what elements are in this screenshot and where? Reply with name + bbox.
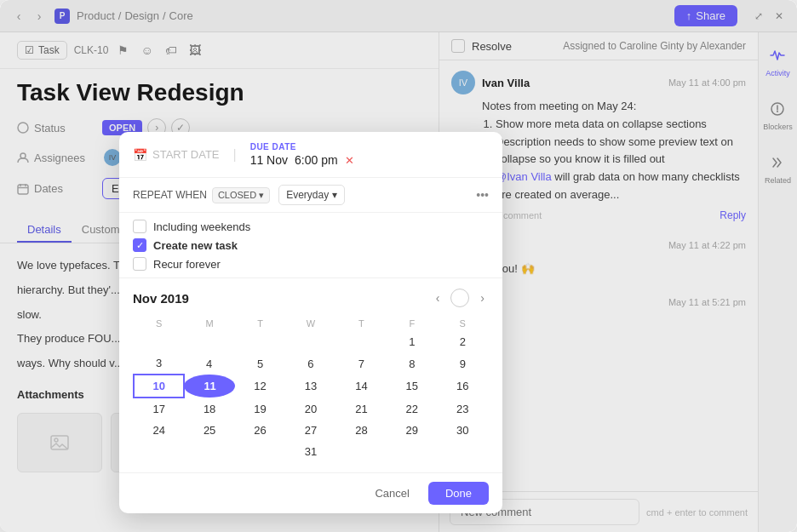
cal-cell-7[interactable]: 7: [336, 352, 387, 375]
cal-day-header-wed: W: [285, 316, 335, 331]
cal-cell-5[interactable]: 5: [235, 352, 285, 375]
due-date-section: DUE DATE 11 Nov 6:00 pm ✕: [250, 142, 489, 167]
cal-cell-empty: [438, 441, 488, 462]
app-icon: P: [54, 9, 70, 24]
cal-cell-29[interactable]: 29: [387, 420, 437, 441]
calendar-today-button[interactable]: [450, 289, 469, 307]
new-task-checkbox[interactable]: ✓: [133, 238, 146, 252]
resolve-bar: Resolve Assigned to Caroline Ginty by Al…: [439, 32, 758, 60]
image-icon[interactable]: 🖼: [186, 41, 204, 60]
option-row-new-task: ✓ Create new task: [133, 238, 489, 252]
weekends-checkbox[interactable]: [133, 220, 146, 233]
cal-cell-9[interactable]: 9: [438, 352, 488, 375]
attachment-image-icon-1: [49, 432, 70, 453]
assigned-text: Assigned to Caroline Ginty by Alexander: [563, 40, 746, 52]
calendar-prev-button[interactable]: ‹: [432, 289, 444, 306]
cal-cell-30[interactable]: 30: [438, 420, 488, 441]
cal-cell-21[interactable]: 21: [336, 398, 387, 420]
cal-cell-27[interactable]: 27: [285, 420, 335, 441]
comment-time-1: May 11 at 4:00 pm: [668, 77, 746, 88]
cal-cell-28[interactable]: 28: [336, 420, 387, 441]
cal-cell-17[interactable]: 17: [134, 398, 184, 420]
cal-cell-15[interactable]: 15: [387, 375, 437, 398]
due-clear-button[interactable]: ✕: [345, 154, 354, 167]
frequency-select[interactable]: Everyday ▾: [278, 185, 345, 205]
due-time-value[interactable]: 6:00 pm: [295, 153, 338, 167]
date-picker-modal: 📅 START DATE | DUE DATE 11 Nov 6:00 pm ✕…: [119, 132, 502, 513]
cal-cell-14[interactable]: 14: [336, 375, 387, 398]
reply-button-1[interactable]: Reply: [720, 209, 746, 221]
cal-cell-26[interactable]: 26: [235, 420, 285, 441]
cal-cell-4[interactable]: 4: [184, 352, 234, 375]
cal-cell-6[interactable]: 6: [285, 352, 335, 375]
tab-details[interactable]: Details: [17, 218, 72, 243]
cal-cell-empty: [134, 441, 184, 462]
cal-cell-18[interactable]: 18: [184, 398, 234, 420]
calendar-grid: S M T W T F S: [133, 316, 489, 462]
flag-icon[interactable]: ⚑: [115, 41, 131, 60]
cal-cell-10[interactable]: 10: [134, 375, 184, 398]
breadcrumb: Product / Design / Core: [77, 9, 193, 22]
emoji-icon[interactable]: ☺: [138, 41, 155, 60]
cal-day-header-fri: F: [387, 316, 437, 331]
cal-cell-3[interactable]: 3: [134, 352, 184, 375]
calendar-month-year: Nov 2019: [133, 291, 189, 306]
recur-forever-checkbox[interactable]: [133, 257, 146, 271]
tag-icon[interactable]: 🏷: [163, 41, 180, 60]
expand-icon[interactable]: ✕: [771, 9, 787, 24]
activity-nav-item[interactable]: Activity: [762, 43, 794, 83]
minimize-icon[interactable]: ⤢: [751, 9, 766, 24]
cal-day-header-sun: S: [134, 316, 184, 331]
back-button[interactable]: ‹: [10, 8, 27, 25]
cal-day-header-sat: S: [438, 316, 488, 331]
option-row-recur-forever: Recur forever: [133, 257, 489, 271]
cal-cell-23[interactable]: 23: [438, 398, 488, 420]
repeat-when-badge[interactable]: CLOSED ▾: [212, 187, 270, 203]
related-icon: [771, 155, 786, 174]
cal-cell-12[interactable]: 12: [235, 375, 285, 398]
cal-cell-empty: [235, 441, 285, 462]
comment-time-3: May 11 at 5:21 pm: [668, 297, 746, 307]
cal-cell-8[interactable]: 8: [387, 352, 437, 375]
cal-cell-empty: [235, 331, 285, 352]
cal-cell-22[interactable]: 22: [387, 398, 437, 420]
cal-day-header-mon: M: [184, 316, 234, 331]
svg-point-12: [777, 111, 778, 112]
cal-cell-2[interactable]: 2: [438, 331, 488, 352]
status-icon: [17, 122, 29, 134]
done-button[interactable]: Done: [428, 482, 489, 505]
resolve-checkbox[interactable]: [451, 39, 465, 53]
activity-icon: [770, 48, 785, 66]
task-id: CLK-10: [74, 44, 109, 56]
modal-footer: Cancel Done: [119, 472, 502, 513]
cal-cell-20[interactable]: 20: [285, 398, 335, 420]
cal-cell-13[interactable]: 13: [285, 375, 335, 398]
cal-cell-25[interactable]: 25: [184, 420, 234, 441]
start-date-section[interactable]: 📅 START DATE: [133, 148, 220, 162]
cal-cell-1[interactable]: 1: [387, 331, 437, 352]
cal-cell-11[interactable]: 11: [184, 375, 234, 398]
side-nav: Activity Blockers Related: [758, 32, 797, 532]
calendar-next-button[interactable]: ›: [476, 289, 489, 306]
cal-cell-19[interactable]: 19: [235, 398, 285, 420]
attachment-1[interactable]: [17, 413, 102, 472]
cal-cell-31[interactable]: 31: [285, 441, 335, 462]
forward-button[interactable]: ›: [31, 8, 48, 25]
blockers-nav-item[interactable]: Blockers: [760, 96, 796, 136]
assignees-icon: [17, 152, 29, 163]
start-date-calendar-icon: 📅: [133, 148, 147, 162]
cal-cell-16[interactable]: 16: [438, 375, 488, 398]
task-icon: ☑: [25, 44, 34, 56]
due-date-value: 11 Nov: [250, 153, 288, 167]
task-tag: ☑ Task: [17, 41, 67, 60]
share-button[interactable]: ↑ Share: [674, 5, 737, 26]
cal-cell-24[interactable]: 24: [134, 420, 184, 441]
option-row-weekends: Including weekends: [133, 220, 489, 233]
svg-rect-2: [18, 185, 28, 194]
cancel-button[interactable]: Cancel: [363, 482, 421, 505]
related-nav-item[interactable]: Related: [761, 150, 794, 190]
more-options-button[interactable]: •••: [476, 188, 489, 202]
cal-cell-empty: [285, 331, 335, 352]
resolve-label: Resolve: [472, 40, 512, 53]
svg-point-7: [54, 438, 58, 442]
